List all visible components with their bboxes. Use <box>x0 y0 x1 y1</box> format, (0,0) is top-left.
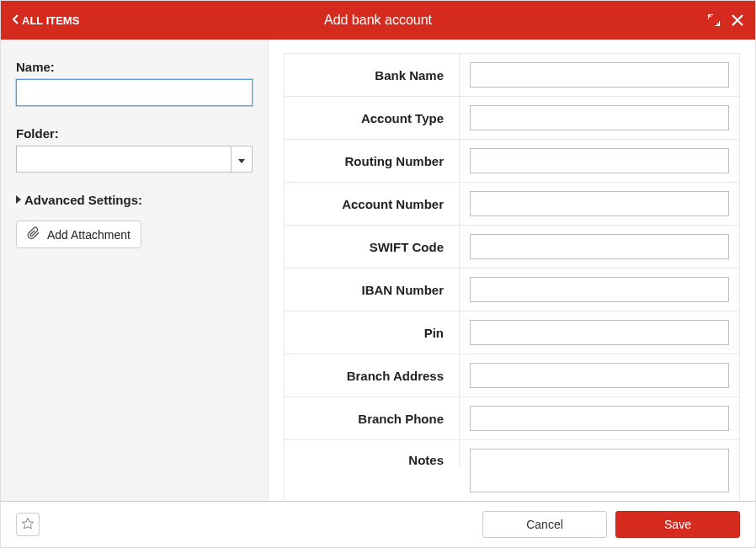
add-attachment-label: Add Attachment <box>47 228 130 242</box>
dialog-header: ALL ITEMS Add bank account <box>1 1 755 40</box>
field-row-pin: Pin <box>285 311 739 354</box>
field-label: SWIFT Code <box>285 226 460 268</box>
field-row-account-type: Account Type <box>285 97 739 140</box>
iban-number-input[interactable] <box>470 277 729 302</box>
advanced-settings-toggle[interactable]: Advanced Settings: <box>16 193 253 207</box>
advanced-settings-label: Advanced Settings: <box>24 193 142 207</box>
field-label: Account Number <box>285 183 460 225</box>
chevron-right-icon <box>16 194 21 206</box>
pin-input[interactable] <box>470 320 729 345</box>
folder-value[interactable] <box>16 146 231 173</box>
notes-input[interactable] <box>470 449 729 492</box>
field-label: Pin <box>285 311 460 354</box>
folder-combobox[interactable] <box>16 146 253 173</box>
field-row-swift-code: SWIFT Code <box>285 226 739 269</box>
field-label: Branch Address <box>285 354 460 396</box>
left-panel: Name: Folder: Advanced Settings: Add Att… <box>1 40 269 501</box>
back-to-all-items[interactable]: ALL ITEMS <box>13 13 79 27</box>
bank-name-input[interactable] <box>470 62 729 88</box>
header-actions <box>708 14 743 26</box>
add-attachment-button[interactable]: Add Attachment <box>16 221 141 248</box>
account-number-input[interactable] <box>470 191 729 216</box>
field-row-account-number: Account Number <box>285 183 739 226</box>
expand-icon[interactable] <box>708 14 720 26</box>
footer-actions: Cancel Save <box>482 511 740 538</box>
favorite-button[interactable] <box>16 513 40 536</box>
field-row-routing-number: Routing Number <box>285 140 739 183</box>
chevron-left-icon <box>13 13 19 27</box>
field-row-notes: Notes <box>285 440 739 501</box>
folder-label: Folder: <box>16 126 253 141</box>
swift-code-input[interactable] <box>470 234 729 259</box>
dialog-footer: Cancel Save <box>1 502 755 547</box>
field-label: Bank Name <box>285 54 460 96</box>
field-label: Branch Phone <box>285 397 460 439</box>
branch-phone-input[interactable] <box>470 406 729 431</box>
routing-number-input[interactable] <box>470 148 729 173</box>
right-panel[interactable]: Bank Name Account Type Routing Number Ac… <box>269 40 755 501</box>
name-input[interactable] <box>16 79 253 106</box>
field-row-branch-address: Branch Address <box>285 354 739 397</box>
dialog-body: Name: Folder: Advanced Settings: Add Att… <box>1 40 755 502</box>
star-icon <box>21 517 35 533</box>
field-label: Routing Number <box>285 140 460 182</box>
branch-address-input[interactable] <box>470 363 729 388</box>
save-button[interactable]: Save <box>615 511 740 538</box>
cancel-button[interactable]: Cancel <box>482 511 607 538</box>
field-label: Notes <box>285 440 460 467</box>
chevron-down-icon <box>238 152 245 166</box>
dialog-title: Add bank account <box>1 13 755 28</box>
field-label: Account Type <box>285 97 460 139</box>
field-row-iban-number: IBAN Number <box>285 269 739 311</box>
bank-fields-table: Bank Name Account Type Routing Number Ac… <box>284 53 740 501</box>
field-row-branch-phone: Branch Phone <box>285 397 739 440</box>
paperclip-icon <box>27 226 40 242</box>
account-type-input[interactable] <box>470 105 729 130</box>
name-label: Name: <box>16 60 253 74</box>
svg-marker-0 <box>22 518 33 529</box>
folder-dropdown-toggle[interactable] <box>231 146 253 173</box>
back-label: ALL ITEMS <box>22 14 79 27</box>
field-label: IBAN Number <box>285 269 460 311</box>
field-row-bank-name: Bank Name <box>285 54 739 97</box>
close-icon[interactable] <box>732 14 743 26</box>
